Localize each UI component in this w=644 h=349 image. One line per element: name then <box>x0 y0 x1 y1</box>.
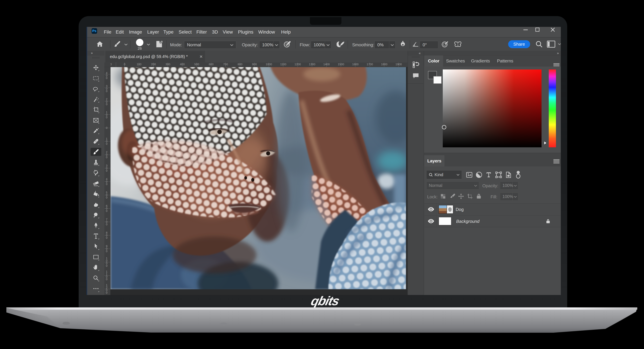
svg-text:qbits: qbits <box>310 295 341 308</box>
